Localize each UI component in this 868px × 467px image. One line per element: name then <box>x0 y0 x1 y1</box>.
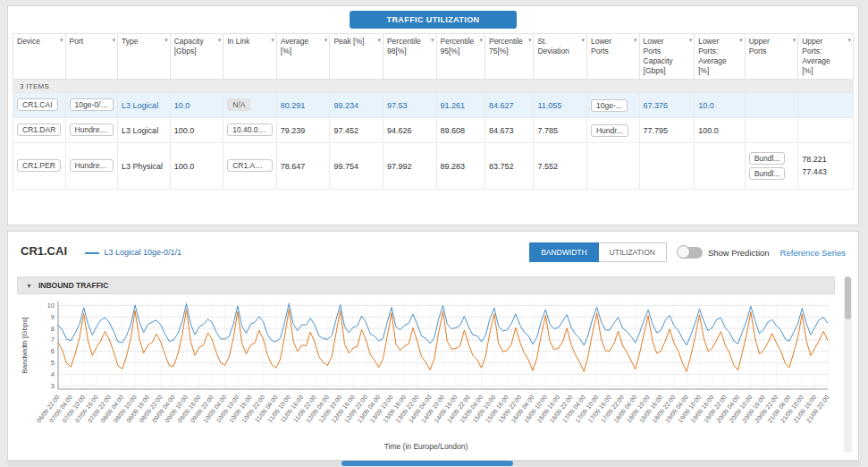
tab-bandwidth[interactable]: BANDWIDTH <box>529 242 598 262</box>
column-header-p98: Percentile 98[%]▾ <box>383 34 436 80</box>
p75-value: 84.627 <box>489 101 514 110</box>
column-label: Device <box>17 37 40 47</box>
column-label: Peak [%] <box>333 37 364 47</box>
stdev-value: 7.785 <box>537 126 558 135</box>
cell-average: 80.291 <box>276 93 330 118</box>
column-filter-icon[interactable]: ▾ <box>688 37 693 44</box>
cell-device: CR1.CAI <box>13 93 66 118</box>
reference-series-link[interactable]: Reference Series <box>780 248 846 258</box>
port-chip[interactable]: Bundl... <box>749 152 786 165</box>
column-filter-icon[interactable]: ▾ <box>59 37 63 44</box>
upper_ports-chip-stack: Bundl...Bundl... <box>749 152 795 180</box>
cell-p98: 97.992 <box>383 143 436 190</box>
column-filter-icon[interactable]: ▾ <box>217 37 222 44</box>
column-header-type: Type▾ <box>118 34 171 80</box>
type-value: L3 Physical <box>122 162 163 171</box>
cell-lower_average: 100.0 <box>695 118 746 143</box>
column-filter-icon[interactable]: ▾ <box>376 37 381 44</box>
capacity-value: 10.0 <box>174 101 190 110</box>
lower_capacity-value: 77.795 <box>644 126 669 135</box>
column-filter-icon[interactable]: ▾ <box>527 37 532 44</box>
device-chip[interactable]: CR1.PER <box>17 159 61 172</box>
column-filter-icon[interactable]: ▾ <box>270 37 274 44</box>
column-filter-icon[interactable]: ▾ <box>478 37 483 44</box>
traffic-utilization-button[interactable]: TRAFFIC UTILIZATION <box>350 11 518 29</box>
p95-value: 89.283 <box>441 162 466 171</box>
column-filter-icon[interactable]: ▾ <box>633 37 637 44</box>
table-row[interactable]: CR1.DARHundred...L3 Logical100.010.40.0.… <box>13 118 854 143</box>
in-link-chip[interactable]: N/A <box>227 98 250 111</box>
svg-text:3: 3 <box>51 382 55 390</box>
column-label: Type <box>122 37 138 47</box>
port-chip[interactable]: Hundred... <box>70 159 114 172</box>
port-chip[interactable]: Bundl... <box>749 167 786 180</box>
horizontal-scrollbar[interactable] <box>7 461 861 466</box>
vertical-scrollbar-thumb[interactable] <box>845 276 851 319</box>
p75-value: 83.752 <box>489 162 514 171</box>
horizontal-scrollbar-thumb[interactable] <box>341 461 513 466</box>
port-chip[interactable]: Hundr... <box>591 124 628 137</box>
items-count-label: 3 ITEMS <box>13 80 854 93</box>
table-row[interactable]: CR1.CAI10ge-0/1/1L3 Logical10.0N/A80.291… <box>13 93 854 118</box>
show-prediction-toggle[interactable] <box>678 247 703 259</box>
peak-value: 99.234 <box>333 101 358 110</box>
column-filter-icon[interactable]: ▾ <box>580 37 585 44</box>
cell-in_link: CR1.ADE/... <box>223 143 277 190</box>
column-header-upper_ports_average: Upper Ports: Average [%]▾ <box>798 34 854 80</box>
cell-p95: 89.608 <box>436 118 485 143</box>
column-filter-icon[interactable]: ▾ <box>738 37 743 44</box>
svg-text:7: 7 <box>51 335 55 344</box>
cell-port: 10ge-0/1/1 <box>65 93 118 118</box>
port-chip[interactable]: 10ge-0/1/1 <box>70 98 114 111</box>
p98-value: 97.992 <box>387 162 412 171</box>
lower_ports-chip-stack: Hundr... <box>591 124 636 137</box>
tab-utilization[interactable]: UTILIZATION <box>599 242 667 262</box>
port-chip[interactable]: Hundred... <box>70 123 114 136</box>
cell-upper_ports <box>745 93 798 118</box>
p95-value: 89.608 <box>441 126 466 135</box>
column-filter-icon[interactable]: ▾ <box>112 37 116 44</box>
column-header-peak: Peak [%]▾ <box>330 34 383 80</box>
column-filter-icon[interactable]: ▾ <box>164 37 168 44</box>
column-label: Upper Ports <box>749 37 770 56</box>
stdev-value: 7.552 <box>537 162 558 171</box>
cell-capacity: 10.0 <box>170 93 223 118</box>
lower_capacity-value: 67.376 <box>644 101 669 110</box>
table-row[interactable]: CR1.PERHundred...L3 Physical100.0CR1.ADE… <box>13 143 854 190</box>
cell-port: Hundred... <box>65 118 118 143</box>
cell-lower_ports: Hundr... <box>586 118 639 143</box>
lower_average-value: 100.0 <box>698 126 719 135</box>
show-prediction-label: Show Prediction <box>708 248 770 258</box>
legend-label: L3 Logical 10ge-0/1/1 <box>104 248 181 257</box>
p98-value: 97.53 <box>387 101 408 110</box>
column-label: Percentile 95[%] <box>441 37 475 56</box>
p75-value: 84.673 <box>489 126 514 135</box>
cell-p95: 91.261 <box>436 93 485 118</box>
vertical-scrollbar[interactable] <box>844 276 852 453</box>
show-prediction-control: Show Prediction <box>678 247 770 259</box>
column-label: In Link <box>227 37 249 47</box>
column-filter-icon[interactable]: ▾ <box>847 37 851 44</box>
cell-lower_ports: 10ge-... <box>586 93 639 118</box>
detail-panel: CR1.CAI L3 Logical 10ge-0/1/1 BANDWIDTH … <box>7 231 859 461</box>
column-label: Percentile 98[%] <box>387 37 421 56</box>
detail-header: CR1.CAI L3 Logical 10ge-0/1/1 BANDWIDTH … <box>21 242 846 264</box>
in-link-chip[interactable]: 10.40.0.9... <box>227 123 273 136</box>
peak-value: 97.452 <box>333 126 358 135</box>
cell-stdev: 11.055 <box>534 93 587 118</box>
column-filter-icon[interactable]: ▾ <box>324 37 328 44</box>
inbound-traffic-header[interactable]: ▼ INBOUND TRAFFIC <box>17 276 835 294</box>
port-chip[interactable]: 10ge-... <box>591 99 628 112</box>
traffic-chart-svg: 34567891006/09 22:0007/09 04:0007/09 10:… <box>17 298 835 434</box>
column-label: St. Deviation <box>537 37 569 56</box>
type-value: L3 Logical <box>122 101 158 110</box>
cell-device: CR1.PER <box>13 143 66 190</box>
in-link-chip[interactable]: CR1.ADE/... <box>227 159 273 172</box>
device-chip[interactable]: CR1.CAI <box>17 98 58 111</box>
column-label: Percentile 75[%] <box>489 37 523 56</box>
cell-type: L3 Physical <box>118 143 171 190</box>
device-chip[interactable]: CR1.DAR <box>17 123 61 136</box>
cell-peak: 99.754 <box>330 143 383 190</box>
column-filter-icon[interactable]: ▾ <box>792 37 796 44</box>
column-filter-icon[interactable]: ▾ <box>430 37 434 44</box>
